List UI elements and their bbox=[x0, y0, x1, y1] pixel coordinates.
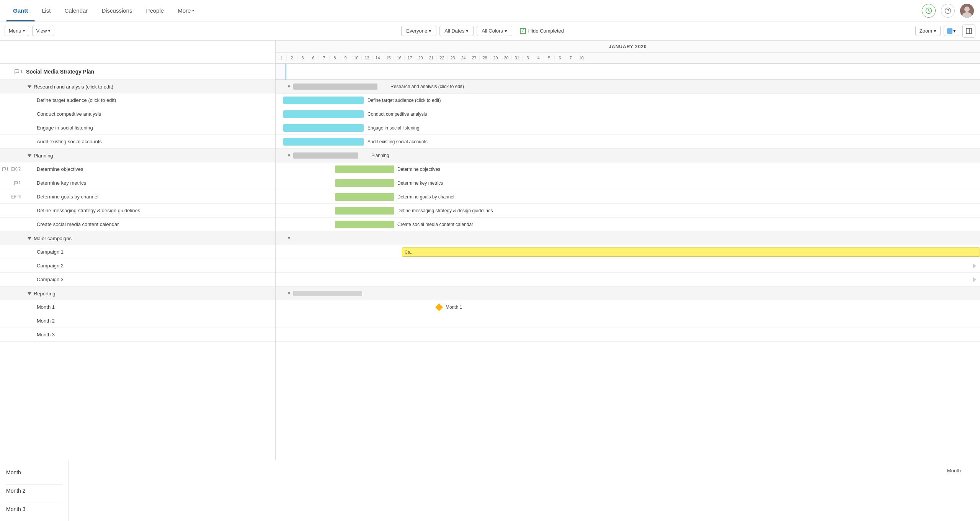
date-feb3: 3 bbox=[522, 56, 533, 60]
color-swatch-button[interactable]: ▾ bbox=[944, 26, 959, 36]
nav-tabs: Gantt List Calendar Discussions People M… bbox=[6, 0, 922, 21]
color-swatch-preview bbox=[947, 28, 952, 34]
view-button[interactable]: View ▾ bbox=[32, 26, 55, 36]
tab-people[interactable]: People bbox=[139, 0, 171, 21]
date-14: 14 bbox=[372, 56, 383, 60]
section-research-label: Research and analysis (click to edit) bbox=[34, 84, 113, 90]
date-feb10: 10 bbox=[576, 56, 586, 60]
task-campaign2[interactable]: Campaign 2 bbox=[0, 259, 275, 273]
all-colors-filter-button[interactable]: All Colors ▾ bbox=[477, 26, 512, 36]
gantt-bar-research-section bbox=[293, 84, 377, 90]
date-24: 24 bbox=[458, 56, 469, 60]
task-month2[interactable]: Month 2 bbox=[0, 314, 275, 328]
gantt-task-social-listening-row: Engage in social listening bbox=[276, 121, 980, 135]
gantt-task-content-cal-row: Create social media content calendar bbox=[276, 218, 980, 231]
task-month1-label: Month 1 bbox=[37, 304, 55, 310]
task-campaign3[interactable]: Campaign 3 bbox=[0, 273, 275, 287]
gantt-campaign2-arrow bbox=[973, 264, 976, 268]
section-planning[interactable]: Planning bbox=[0, 149, 275, 162]
left-panel: 1 Social Media Strategy Plan Research an… bbox=[0, 41, 276, 521]
date-29: 29 bbox=[490, 56, 501, 60]
user-avatar[interactable] bbox=[960, 4, 974, 18]
help-button[interactable] bbox=[941, 4, 955, 18]
task-content-calendar-label: Create social media content calendar bbox=[37, 221, 119, 227]
task-month1[interactable]: Month 1 bbox=[0, 300, 275, 314]
gantt-panel: JANUARY 2020 1 2 3 6 7 8 9 10 13 14 15 1… bbox=[276, 41, 980, 521]
gantt-bar-campaign1: Ca... bbox=[402, 247, 980, 257]
gantt-bar-reporting-section bbox=[293, 291, 362, 296]
task-messaging[interactable]: Define messaging strategy & design guide… bbox=[0, 204, 275, 218]
menu-label: Menu bbox=[9, 28, 21, 34]
date-31: 31 bbox=[511, 56, 522, 60]
dates-chevron-icon: ▾ bbox=[466, 28, 469, 34]
section-research[interactable]: Research and analysis (click to edit) bbox=[0, 80, 275, 93]
date-9: 9 bbox=[340, 56, 351, 60]
gantt-bar-content-cal bbox=[335, 221, 394, 228]
task-competitive[interactable]: Conduct competitive analysis bbox=[0, 107, 275, 121]
menu-button[interactable]: Menu ▾ bbox=[5, 26, 29, 36]
gantt-milestone-month1-diamond bbox=[435, 303, 443, 311]
gantt-task-goals-channel-row: Determine goals by channel bbox=[276, 190, 980, 204]
section-reporting[interactable]: Reporting bbox=[0, 287, 275, 300]
gantt-project-row bbox=[276, 64, 980, 80]
gantt-planning-triangle: ▼ bbox=[287, 153, 291, 157]
tab-discussions[interactable]: Discussions bbox=[95, 0, 139, 21]
gantt-label-content-cal: Create social media content calendar bbox=[397, 222, 473, 227]
zoom-button[interactable]: Zoom ▾ bbox=[915, 26, 941, 36]
gantt-task-campaign1-row: Ca... bbox=[276, 245, 980, 259]
date-7: 7 bbox=[318, 56, 329, 60]
metrics-comment-icon: 1 bbox=[14, 181, 21, 185]
task-campaign3-label: Campaign 3 bbox=[37, 277, 64, 282]
hide-completed-button[interactable]: Hide Completed bbox=[515, 26, 568, 36]
gantt-bar-key-metrics bbox=[335, 179, 394, 187]
goals-subtask-icon: 0/6 bbox=[11, 195, 21, 199]
bottom-gantt-area: Month bbox=[69, 460, 980, 521]
task-audit[interactable]: Audit existing social accounts bbox=[0, 135, 275, 149]
hide-completed-label: Hide Completed bbox=[528, 28, 564, 34]
task-objectives-label: Determine objectives bbox=[23, 166, 83, 172]
task-social-listening[interactable]: Engage in social listening bbox=[0, 121, 275, 135]
task-define-target[interactable]: Define target audience (click to edit) bbox=[0, 93, 275, 107]
task-campaign1-label: Campaign 1 bbox=[37, 249, 64, 255]
task-objectives[interactable]: 1 0/2 Determine objectives bbox=[0, 162, 275, 176]
everyone-filter-button[interactable]: Everyone ▾ bbox=[401, 26, 436, 36]
date-6: 6 bbox=[308, 56, 318, 60]
gantt-dates-row: 1 2 3 6 7 8 9 10 13 14 15 16 17 20 21 22… bbox=[276, 53, 980, 64]
task-content-calendar[interactable]: Create social media content calendar bbox=[0, 218, 275, 231]
date-20: 20 bbox=[415, 56, 426, 60]
section-research-collapse-icon bbox=[28, 85, 31, 88]
project-comment-icon: 1 bbox=[14, 69, 23, 74]
section-campaigns[interactable]: Major campaigns bbox=[0, 231, 275, 245]
project-title: Social Media Strategy Plan bbox=[26, 69, 94, 75]
date-22: 22 bbox=[436, 56, 447, 60]
tab-more[interactable]: More ▾ bbox=[171, 0, 201, 21]
gantt-task-competitive-row: Conduct competitive analysis bbox=[276, 107, 980, 121]
gantt-section-research-row: ▼ Research and analysis (click to edit) bbox=[276, 80, 980, 93]
gantt-campaigns-triangle: ▼ bbox=[287, 236, 291, 240]
tab-people-label: People bbox=[146, 7, 164, 14]
bottom-month-panel: Month Month 2 Month 3 Month bbox=[0, 460, 980, 521]
task-campaign1[interactable]: Campaign 1 bbox=[0, 245, 275, 259]
task-key-metrics[interactable]: 1 Determine key metrics bbox=[0, 176, 275, 190]
all-dates-filter-button[interactable]: All Dates ▾ bbox=[439, 26, 474, 36]
gantt-bar-competitive bbox=[283, 110, 364, 118]
gantt-campaign3-arrow bbox=[973, 277, 976, 282]
task-key-metrics-label: Determine key metrics bbox=[23, 180, 86, 186]
task-month3[interactable]: Month 3 bbox=[0, 328, 275, 342]
timer-button[interactable] bbox=[922, 4, 936, 18]
gantt-bar-objectives bbox=[335, 165, 394, 173]
tab-calendar[interactable]: Calendar bbox=[58, 0, 95, 21]
zoom-label: Zoom bbox=[920, 28, 932, 34]
gantt-label-define-target: Define target audience (click to edit) bbox=[368, 98, 441, 103]
task-goals-channel[interactable]: 0/6 Determine goals by channel bbox=[0, 190, 275, 204]
tab-gantt[interactable]: Gantt bbox=[6, 0, 35, 21]
gantt-task-campaign3-row bbox=[276, 273, 980, 287]
date-feb4: 4 bbox=[533, 56, 544, 60]
everyone-label: Everyone bbox=[406, 28, 427, 34]
objectives-subtask-icon: 0/2 bbox=[11, 167, 21, 171]
task-competitive-label: Conduct competitive analysis bbox=[37, 111, 101, 117]
date-27: 27 bbox=[469, 56, 479, 60]
tab-list[interactable]: List bbox=[35, 0, 57, 21]
panel-toggle-button[interactable] bbox=[962, 25, 975, 38]
swatch-chevron-icon: ▾ bbox=[953, 28, 956, 34]
